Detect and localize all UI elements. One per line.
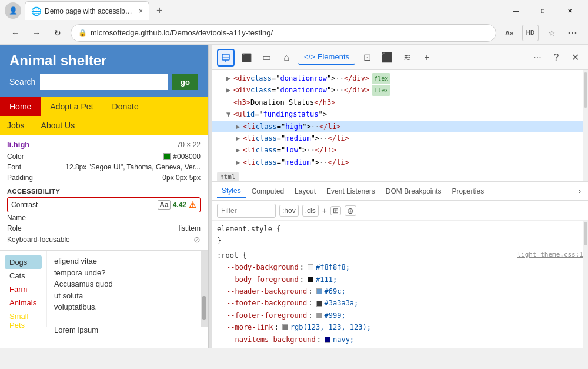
sidebar-item-cats[interactable]: Cats (5, 269, 42, 282)
back-button[interactable]: ← (7, 25, 24, 41)
css-body-foreground: --body-foreground: #111; (217, 274, 583, 285)
dom-scrollbar[interactable] (583, 70, 588, 181)
devtools-close-button[interactable]: ✕ (567, 49, 583, 66)
elements-tab-icon: </> (304, 52, 315, 61)
nav-about[interactable]: About Us (32, 116, 85, 135)
nav-adopt[interactable]: Adopt a Pet (41, 97, 102, 116)
css-scrollbar[interactable] (583, 221, 588, 348)
hd-button[interactable]: HD (522, 25, 539, 41)
new-style-rule-button[interactable]: ⊕ (345, 205, 356, 216)
nav-menu-second: Jobs About Us (0, 116, 208, 135)
css-rule-closing-1: } (217, 235, 583, 247)
dom-row-ul-fundingstatus[interactable]: ▼ <ul id="fundingstatus"> (212, 108, 588, 120)
contrast-aa: Aa (158, 200, 170, 210)
css-source-link[interactable]: light-theme.css:1 (517, 250, 583, 261)
devtools-toolbar: ⬛ ▭ ⌂ </> Elements ⊡ ⬛ ≋ + ··· ? ✕ (212, 45, 588, 70)
read-aloud-button[interactable]: A» (501, 25, 517, 41)
css-root-selector: :root { (217, 250, 247, 261)
css-content: element.style { } :root { light-theme.cs… (212, 221, 588, 348)
page-scroll-thumb[interactable] (202, 296, 206, 320)
swatch-header-bg[interactable] (316, 288, 322, 294)
tab-dom-breakpoints[interactable]: DOM Breakpoints (381, 185, 446, 198)
swatch-body-bg[interactable] (308, 264, 313, 270)
styles-filter-input[interactable] (217, 204, 276, 218)
swatch-navitems-bg[interactable] (325, 337, 330, 343)
search-input[interactable] (40, 74, 168, 90)
font-label: Font (7, 163, 21, 171)
swatch-footer-fg[interactable] (316, 313, 322, 318)
element-classes-button[interactable]: ⊞ (330, 206, 341, 215)
dom-row-donationrow-1[interactable]: ▶ <div class="donationrow"> ·· </div> fl… (212, 72, 588, 84)
tab-close-button[interactable]: × (139, 7, 143, 15)
css-navitems-links: --navitems-links: #fff; (217, 345, 583, 348)
sidebar-item-small-pets[interactable]: Small Pets (5, 310, 42, 332)
maximize-button[interactable]: □ (529, 0, 556, 21)
close-window-button[interactable]: ✕ (556, 0, 583, 21)
css-more-link: --more-link: rgb(123, 123, 123); (217, 321, 583, 333)
element-size: 70 × 22 (177, 141, 201, 149)
tab-properties[interactable]: Properties (447, 185, 489, 198)
dom-row-donationrow-2[interactable]: ▶ <div class="donationrow"> ·· </div> fl… (212, 84, 588, 96)
swatch-more-link[interactable] (282, 324, 288, 330)
hov-button[interactable]: :hov (279, 205, 299, 217)
swatch-body-fg[interactable] (308, 277, 313, 282)
address-url[interactable]: microsoftedge.github.io/Demos/devtools-a… (91, 28, 273, 37)
dom-row-h3[interactable]: <h3>Donation Status</h3> (212, 97, 588, 108)
color-swatch (163, 153, 171, 160)
add-panel-button[interactable]: + (419, 49, 435, 66)
devtools-help-button[interactable]: ? (548, 49, 564, 66)
search-label: Search (9, 77, 35, 87)
forward-button[interactable]: → (28, 25, 45, 41)
nav-donate[interactable]: Donate (103, 97, 148, 116)
split-panel-button[interactable]: ▭ (258, 49, 275, 66)
elements-panel-tab[interactable]: </> Elements (298, 50, 355, 65)
user-avatar[interactable]: 👤 (5, 2, 21, 19)
sources-panel-tab[interactable]: ⬛ (379, 49, 395, 66)
tab-layout[interactable]: Layout (290, 185, 320, 198)
dom-row-li-medium-2[interactable]: ▶ <li class="medium"> ·· </li> (212, 157, 588, 168)
dom-row-li-medium-1[interactable]: ▶ <li class="medium"> ·· </li> (212, 132, 588, 144)
padding-label: Padding (7, 174, 33, 182)
cls-button[interactable]: .cls (302, 205, 319, 217)
devtools-more-button[interactable]: ··· (529, 49, 546, 66)
sidebar-item-farm[interactable]: Farm (5, 282, 42, 296)
new-tab-button[interactable]: + (153, 5, 166, 17)
css-selector-element-style: element.style { (217, 223, 583, 235)
sidebar-item-dogs[interactable]: Dogs (5, 255, 42, 269)
name-label: Name (7, 214, 26, 222)
page-scrollbar[interactable] (201, 251, 208, 327)
nav-home[interactable]: Home (0, 97, 41, 116)
css-scroll-thumb[interactable] (584, 222, 587, 245)
tab-styles[interactable]: Styles (217, 184, 246, 198)
tab-computed[interactable]: Computed (247, 185, 289, 198)
more-button[interactable]: ··· (564, 25, 581, 41)
inspect-element-button[interactable] (217, 49, 235, 67)
console-panel-tab[interactable]: ⊡ (359, 49, 375, 66)
nav-jobs[interactable]: Jobs (0, 116, 32, 135)
css-footer-background: --footer-background: #3a3a3a; (217, 297, 583, 309)
home-button[interactable]: ⌂ (278, 49, 295, 66)
device-emulation-button[interactable]: ⬛ (238, 49, 255, 66)
font-value: 12.8px "Segoe UI", Tahoma, Geneva, Ver..… (65, 163, 201, 171)
css-footer-foreground: --footer-foreground: #999; (217, 310, 583, 321)
add-style-rule-button[interactable]: + (322, 206, 327, 215)
dom-scroll-thumb[interactable] (584, 72, 587, 108)
refresh-button[interactable]: ↻ (49, 25, 66, 41)
keyboard-label: Keyboard-focusable (7, 235, 70, 244)
performance-icon[interactable]: ≋ (399, 49, 415, 66)
padding-value: 0px 0px 5px (162, 174, 201, 182)
tab-event-listeners[interactable]: Event Listeners (322, 185, 380, 198)
dom-row-li-high[interactable]: ▶ <li class="high"> ·· </li> (212, 121, 588, 132)
padding-property: Padding 0px 0px 5px (7, 172, 201, 183)
minimize-button[interactable]: — (502, 0, 529, 21)
sub-tabs-more[interactable]: › (576, 185, 583, 198)
search-bar: Search go (9, 74, 198, 90)
dom-row-li-low[interactable]: ▶ <li class="low"> ·· </li> (212, 144, 588, 156)
color-value: #008000 (163, 152, 201, 161)
sidebar-item-animals[interactable]: Animals (5, 296, 42, 310)
search-go-button[interactable]: go (172, 74, 198, 90)
name-property: Name (7, 212, 201, 223)
favorites-button[interactable]: ☆ (543, 25, 560, 41)
swatch-footer-bg[interactable] (316, 301, 322, 307)
warning-icon: ⚠ (189, 200, 196, 210)
